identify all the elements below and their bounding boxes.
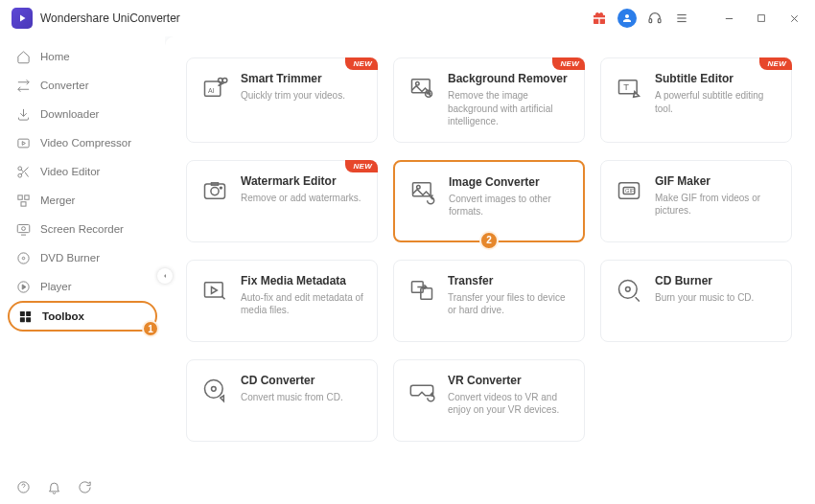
cd-converter-icon <box>200 376 229 404</box>
svg-rect-1 <box>658 19 661 23</box>
maximize-button[interactable] <box>750 7 773 30</box>
close-button[interactable] <box>782 7 805 30</box>
tool-title: CD Converter <box>241 374 365 387</box>
svg-text:GIF: GIF <box>625 188 635 194</box>
sidebar-item-label: Merger <box>40 195 75 206</box>
sidebar: Home Converter Downloader Video Compress… <box>0 36 165 504</box>
gift-icon[interactable] <box>591 10 608 27</box>
svg-point-35 <box>211 187 219 195</box>
tool-title: CD Burner <box>655 274 780 287</box>
sidebar-item-dvd-burner[interactable]: DVD Burner <box>0 243 165 272</box>
svg-rect-34 <box>205 184 225 198</box>
compressor-icon <box>15 135 31 150</box>
dvd-icon <box>15 250 31 265</box>
sidebar-item-label: Downloader <box>40 108 99 120</box>
svg-point-18 <box>22 257 25 260</box>
tool-desc: Make GIF from videos or pictures. <box>655 192 780 218</box>
tool-title: Subtitle Editor <box>655 72 780 85</box>
tool-desc: Auto-fix and edit metadata of media file… <box>241 291 365 317</box>
tool-fix-media-metadata[interactable]: Fix Media Metadata Auto-fix and edit met… <box>186 260 378 342</box>
bell-icon[interactable] <box>46 479 61 494</box>
user-avatar-icon[interactable] <box>617 9 637 28</box>
svg-point-39 <box>417 185 421 189</box>
sidebar-item-label: DVD Burner <box>40 252 100 263</box>
new-badge: NEW <box>552 57 585 70</box>
sidebar-item-label: Screen Recorder <box>40 223 124 235</box>
sidebar-item-merger[interactable]: Merger <box>0 186 165 215</box>
feedback-icon[interactable] <box>77 479 92 494</box>
sidebar-item-video-editor[interactable]: Video Editor <box>0 157 165 186</box>
smart-trimmer-icon: AI <box>200 74 229 103</box>
subtitle-editor-icon: T <box>615 74 643 103</box>
new-badge: NEW <box>345 57 378 70</box>
tool-desc: A powerful subtitle editing tool. <box>655 89 780 115</box>
svg-rect-23 <box>26 317 31 322</box>
svg-rect-15 <box>17 224 30 232</box>
app-title: Wondershare UniConverter <box>40 11 180 25</box>
tool-title: Background Remover <box>448 72 572 85</box>
titlebar-actions <box>591 7 805 30</box>
svg-point-28 <box>222 79 227 83</box>
menu-icon[interactable] <box>673 10 690 27</box>
svg-point-30 <box>416 82 420 86</box>
tool-cd-burner[interactable]: CD Burner Burn your music to CD. <box>600 260 792 342</box>
tool-vr-converter[interactable]: VR Converter Convert videos to VR and en… <box>393 359 585 442</box>
tool-watermark-editor[interactable]: NEW Watermark Editor Remove or add water… <box>186 160 378 242</box>
svg-rect-12 <box>17 195 21 198</box>
tool-title: Watermark Editor <box>241 174 365 188</box>
tool-subtitle-editor[interactable]: NEW T Subtitle Editor A powerful subtitl… <box>600 57 792 143</box>
tool-title: Smart Trimmer <box>241 72 365 85</box>
callout-badge-2: 2 <box>479 231 499 250</box>
svg-point-37 <box>220 187 221 189</box>
svg-rect-22 <box>19 317 24 322</box>
svg-rect-0 <box>649 19 652 23</box>
transfer-icon <box>408 276 436 305</box>
tool-transfer[interactable]: Transfer Transfer your files to device o… <box>393 260 585 342</box>
tool-cd-converter[interactable]: CD Converter Convert music from CD. <box>186 359 378 442</box>
svg-rect-14 <box>21 201 26 205</box>
sidebar-item-label: Player <box>40 281 72 292</box>
sidebar-item-toolbox[interactable]: Toolbox 1 <box>8 301 157 332</box>
minimize-button[interactable] <box>717 7 740 30</box>
sidebar-item-player[interactable]: Player <box>0 272 165 301</box>
tool-title: VR Converter <box>448 374 572 387</box>
tool-desc: Remove or add watermarks. <box>241 192 365 205</box>
sidebar-item-converter[interactable]: Converter <box>0 71 165 100</box>
sidebar-item-label: Video Compressor <box>40 137 131 149</box>
tool-background-remover[interactable]: NEW Background Remover Remove the image … <box>393 57 585 143</box>
help-icon[interactable] <box>15 479 31 494</box>
sidebar-item-home[interactable]: Home <box>0 42 165 71</box>
svg-point-48 <box>205 379 223 398</box>
tool-desc: Quickly trim your videos. <box>241 89 365 103</box>
sidebar-item-video-compressor[interactable]: Video Compressor <box>0 128 165 157</box>
tool-desc: Transfer your files to device or hard dr… <box>448 291 572 317</box>
new-badge: NEW <box>759 57 792 70</box>
svg-point-17 <box>17 252 28 263</box>
svg-point-47 <box>626 286 631 291</box>
tool-smart-trimmer[interactable]: NEW AI Smart Trimmer Quickly trim your v… <box>186 57 378 143</box>
headset-icon[interactable] <box>646 10 664 27</box>
recorder-icon <box>15 221 31 237</box>
svg-rect-9 <box>17 139 28 148</box>
tool-image-converter[interactable]: Image Converter Convert images to other … <box>393 160 585 242</box>
sidebar-item-label: Video Editor <box>40 166 100 177</box>
sidebar-collapse-handle[interactable] <box>157 268 173 284</box>
callout-badge-1: 1 <box>142 320 159 337</box>
tool-gif-maker[interactable]: GIF GIF Maker Make GIF from videos or pi… <box>600 160 792 242</box>
tool-title: Fix Media Metadata <box>241 274 365 287</box>
tool-desc: Remove the image background with artific… <box>448 89 572 128</box>
metadata-icon <box>200 276 229 305</box>
sidebar-item-label: Home <box>40 51 70 62</box>
tool-title: Image Converter <box>449 175 571 189</box>
sidebar-item-downloader[interactable]: Downloader <box>0 100 165 128</box>
tool-desc: Convert videos to VR and enjoy on your V… <box>448 391 572 417</box>
background-remover-icon <box>408 74 436 103</box>
main-content: NEW AI Smart Trimmer Quickly trim your v… <box>165 36 815 504</box>
titlebar: Wondershare UniConverter <box>0 0 815 36</box>
home-icon <box>15 49 31 64</box>
gif-maker-icon: GIF <box>615 176 643 205</box>
sidebar-item-screen-recorder[interactable]: Screen Recorder <box>0 215 165 243</box>
vr-converter-icon <box>408 376 436 404</box>
svg-rect-6 <box>758 15 765 22</box>
image-converter-icon <box>408 177 437 206</box>
